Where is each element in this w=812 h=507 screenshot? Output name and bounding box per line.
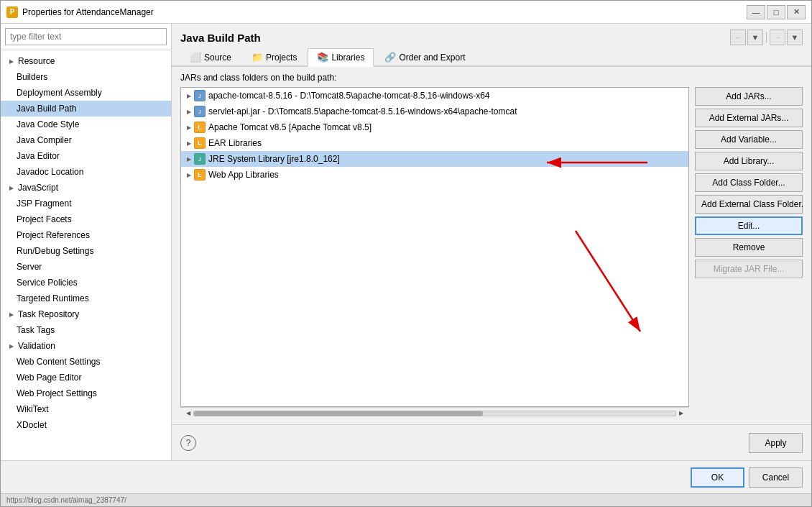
jar-item-servlet-api[interactable]: ▶Jservlet-api.jar - D:\Tomcat8.5\apache-… [181, 104, 688, 119]
sidebar-item-builders[interactable]: Builders [1, 69, 171, 85]
horizontal-scrollbar[interactable]: ◀ ▶ [180, 407, 689, 419]
edit-button[interactable]: Edit... [695, 216, 803, 235]
add-library-button[interactable]: Add Library... [695, 152, 803, 170]
scrollbar-track [193, 411, 676, 416]
sidebar-item-label-server: Server [17, 262, 42, 272]
filter-input[interactable] [5, 28, 167, 45]
sidebar-item-xdoclet[interactable]: XDoclet [1, 417, 171, 433]
nav-separator [766, 32, 767, 43]
sidebar-tree: ▶ResourceBuildersDeployment AssemblyJava… [1, 50, 171, 460]
jar-item-web-app-lib[interactable]: ▶LWeb App Libraries [181, 167, 688, 183]
sidebar-item-run-debug-settings[interactable]: Run/Debug Settings [1, 243, 171, 259]
jar-list: ▶Japache-tomcat-8.5.16 - D:\Tomcat8.5\ap… [181, 88, 688, 183]
sidebar-item-label-run-debug-settings: Run/Debug Settings [17, 246, 93, 256]
sidebar-item-javadoc-location[interactable]: Javadoc Location [1, 164, 171, 180]
nav-forward-button[interactable]: → [770, 29, 785, 45]
sidebar-item-java-editor[interactable]: Java Editor [1, 148, 171, 164]
status-url: https://blog.csdn.net/aimag_2387747/ [6, 496, 126, 504]
sidebar-item-label-task-repository: Task Repository [18, 309, 79, 319]
jar-expand-ear-lib[interactable]: ▶ [184, 138, 194, 148]
sidebar-item-project-references[interactable]: Project References [1, 227, 171, 243]
add-variable-button[interactable]: Add Variable... [695, 130, 803, 149]
close-button[interactable]: ✕ [787, 5, 806, 19]
sidebar-item-jsp-fragment[interactable]: JSP Fragment [1, 196, 171, 211]
help-button[interactable]: ? [180, 435, 196, 451]
sidebar-item-label-web-content-settings: Web Content Settings [17, 357, 101, 367]
add-jars-button[interactable]: Add JARs... [695, 87, 803, 106]
sidebar-item-java-code-style[interactable]: Java Code Style [1, 117, 171, 132]
sidebar-item-project-facets[interactable]: Project Facets [1, 211, 171, 227]
sidebar-item-task-tags[interactable]: Task Tags [1, 322, 171, 338]
sidebar: ▶ResourceBuildersDeployment AssemblyJava… [1, 24, 172, 460]
tab-libraries[interactable]: 📚Libraries [308, 48, 374, 67]
jar-item-jre[interactable]: ▶JJRE System Library [jre1.8.0_162] [181, 151, 688, 167]
jar-expand-tomcat[interactable]: ▶ [184, 91, 194, 101]
sidebar-item-java-compiler[interactable]: Java Compiler [1, 132, 171, 148]
sidebar-item-javascript[interactable]: ▶JavaScript [1, 180, 171, 196]
jar-item-tomcat-lib[interactable]: ▶LApache Tomcat v8.5 [Apache Tomcat v8.5… [181, 119, 688, 135]
tab-order-export[interactable]: 🔗Order and Export [375, 48, 474, 65]
sidebar-item-web-page-editor[interactable]: Web Page Editor [1, 370, 171, 385]
cancel-button[interactable]: Cancel [749, 467, 803, 488]
sidebar-item-java-build-path[interactable]: Java Build Path [1, 101, 171, 117]
sidebar-item-deployment-assembly[interactable]: Deployment Assembly [1, 85, 171, 101]
sidebar-item-label-web-project-settings: Web Project Settings [17, 388, 97, 398]
tab-label-projects: Projects [266, 52, 297, 63]
sidebar-item-label-javadoc-location: Javadoc Location [17, 167, 83, 177]
jar-list-container[interactable]: ▶Japache-tomcat-8.5.16 - D:\Tomcat8.5\ap… [180, 87, 689, 407]
sidebar-item-targeted-runtimes[interactable]: Targeted Runtimes [1, 291, 171, 306]
scrollbar-thumb[interactable] [194, 411, 483, 416]
jar-expand-tomcat-lib[interactable]: ▶ [184, 122, 194, 132]
right-panel: Java Build Path ← ▼ → ▼ ⬜Source📁Projects… [172, 24, 811, 460]
tab-icon-source: ⬜ [190, 52, 201, 63]
sidebar-item-label-java-build-path: Java Build Path [17, 104, 76, 114]
sidebar-item-label-wikitext: WikiText [17, 404, 49, 414]
jar-expand-jre[interactable]: ▶ [184, 154, 194, 164]
window-controls: — □ ✕ [747, 5, 806, 19]
jar-expand-servlet-api[interactable]: ▶ [184, 106, 194, 117]
apply-button[interactable]: Apply [749, 433, 803, 453]
maximize-button[interactable]: □ [767, 5, 785, 19]
nav-dropdown-button[interactable]: ▼ [747, 29, 763, 45]
scroll-left-button[interactable]: ◀ [183, 408, 193, 419]
tab-projects[interactable]: 📁Projects [242, 48, 306, 65]
add-class-folder-button[interactable]: Add Class Folder... [695, 173, 803, 192]
bottom-bar: ? Apply [172, 424, 811, 460]
nav-back-button[interactable]: ← [730, 29, 746, 45]
sidebar-item-validation[interactable]: ▶Validation [1, 338, 171, 354]
nav-forward-dropdown-button[interactable]: ▼ [787, 29, 803, 45]
sidebar-item-label-jsp-fragment: JSP Fragment [17, 198, 71, 209]
ok-button[interactable]: OK [691, 467, 744, 488]
sidebar-item-label-project-references: Project References [17, 230, 90, 240]
jar-icon-tomcat: J [194, 90, 206, 101]
jar-item-ear-lib[interactable]: ▶LEAR Libraries [181, 135, 688, 151]
migrate-jar-button[interactable]: Migrate JAR File... [695, 260, 803, 278]
jar-label-tomcat-lib: Apache Tomcat v8.5 [Apache Tomcat v8.5] [208, 122, 372, 132]
remove-button[interactable]: Remove [695, 238, 803, 257]
jar-label-jre: JRE System Library [jre1.8.0_162] [208, 154, 340, 164]
sidebar-item-label-deployment-assembly: Deployment Assembly [17, 88, 102, 98]
tab-source[interactable]: ⬜Source [180, 48, 241, 65]
jar-label-servlet-api: servlet-api.jar - D:\Tomcat8.5\apache-to… [208, 106, 517, 117]
sidebar-item-service-policies[interactable]: Service Policies [1, 275, 171, 291]
sidebar-item-wikitext[interactable]: WikiText [1, 401, 171, 417]
add-external-class-folder-button[interactable]: Add External Class Folder... [695, 195, 803, 214]
sidebar-item-label-targeted-runtimes: Targeted Runtimes [17, 293, 89, 303]
add-external-jars-button[interactable]: Add External JARs... [695, 109, 803, 127]
app-icon: P [6, 6, 18, 18]
sidebar-item-task-repository[interactable]: ▶Task Repository [1, 306, 171, 322]
panel-body: JARs and class folders on the build path… [172, 67, 811, 424]
sidebar-item-resource[interactable]: ▶Resource [1, 53, 171, 69]
panel-nav-buttons: ← ▼ → ▼ [730, 29, 803, 45]
titlebar-title: Properties for AttendanceManager [22, 7, 747, 17]
scroll-right-button[interactable]: ▶ [676, 408, 686, 419]
sidebar-item-label-java-code-style: Java Code Style [17, 119, 79, 129]
tab-icon-projects: 📁 [252, 52, 263, 63]
tree-arrow-resource: ▶ [6, 56, 17, 66]
sidebar-item-server[interactable]: Server [1, 259, 171, 275]
minimize-button[interactable]: — [747, 5, 765, 19]
jar-item-tomcat[interactable]: ▶Japache-tomcat-8.5.16 - D:\Tomcat8.5\ap… [181, 88, 688, 104]
sidebar-item-web-content-settings[interactable]: Web Content Settings [1, 354, 171, 370]
sidebar-item-web-project-settings[interactable]: Web Project Settings [1, 385, 171, 401]
jar-expand-web-app-lib[interactable]: ▶ [184, 170, 194, 180]
